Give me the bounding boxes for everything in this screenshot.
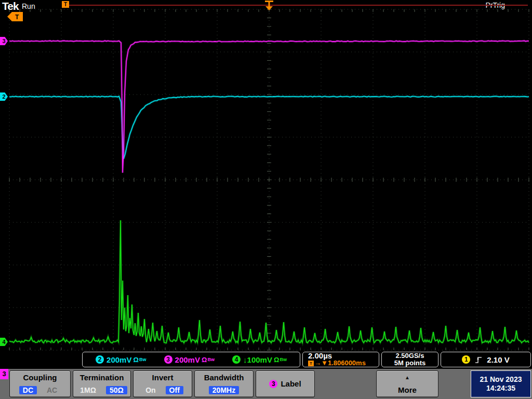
termination-50ohm-option[interactable]: 50Ω [106, 386, 127, 394]
acquisition-readout-box: 2.50GS/s 5M points [381, 352, 438, 367]
offscreen-trigger-icon: T [7, 11, 24, 22]
ch2-badge: 2 [96, 355, 104, 364]
datetime-display: 21 Nov 2023 14:24:35 [471, 370, 531, 397]
invert-button[interactable]: Invert On Off [133, 370, 192, 397]
active-channel-tab: 3 [0, 369, 8, 379]
timebase-readout-box: 2.00µs T → ▼ 1.806000ms [302, 352, 379, 367]
trigger-level: 2.10 V [487, 355, 509, 364]
trace-glow-ch2 [9, 96, 529, 158]
label-channel-badge: 3 [269, 380, 277, 388]
tek-logo: Tek [2, 0, 19, 12]
bandwidth-20mhz-option[interactable]: 20MHz [209, 386, 239, 394]
coupling-button[interactable]: Coupling DC AC [9, 370, 71, 397]
label-title: Label [281, 379, 301, 388]
termination-button[interactable]: Termination 1MΩ 50Ω [73, 370, 131, 397]
delay-arrow: → [314, 360, 321, 367]
record-trigger-marker: T [62, 1, 69, 8]
trigger-delay-readout: T → ▼ 1.806000ms [308, 360, 366, 367]
ch4-scale: ↓100mV [243, 355, 272, 364]
time-text: 14:24:35 [486, 384, 515, 393]
ch2-scale: 200mV [107, 355, 131, 364]
ch3-readout: 3 200mV Ω Bw [164, 355, 215, 364]
channel-badge-ch4[interactable]: 4 [0, 338, 8, 346]
expansion-point-icon [260, 0, 281, 11]
ch3-badge: 3 [164, 355, 172, 364]
ch3-scale: 200mV [175, 355, 200, 364]
channel-badge-ch3[interactable]: 3 [0, 37, 8, 45]
channel-readouts-box: 2 200mV Ω Bw 3 200mV Ω Bw 4 ↓100mV Ω Bw [82, 352, 300, 367]
record-length: 5M points [394, 360, 426, 367]
ch2-bandwidth-flag: Bw [139, 357, 147, 362]
sample-rate: 2.50GS/s [396, 352, 424, 360]
bandwidth-button[interactable]: Bandwidth 20MHz [194, 370, 254, 397]
invert-off-option[interactable]: Off [166, 386, 183, 394]
graticule-ticks [9, 9, 529, 350]
rising-edge-icon [475, 355, 482, 364]
delay-marker-icon: ▼ [321, 360, 328, 367]
label-button[interactable]: 3 Label [256, 370, 315, 397]
delay-trigger-icon: T [308, 361, 314, 366]
oscilloscope-screen: Tek Run PrTrig T T 3 2 4 2 200mV Ω Bw 3 … [0, 0, 532, 399]
date-text: 21 Nov 2023 [480, 375, 522, 384]
ch4-readout: 4 ↓100mV Ω Bw [232, 355, 287, 364]
trace-ch4 [9, 220, 529, 343]
ch4-badge: 4 [232, 355, 241, 364]
delay-value: 1.806000ms [328, 360, 366, 367]
invert-title: Invert [152, 373, 174, 382]
termination-1mohm-option[interactable]: 1MΩ [76, 386, 100, 394]
timebase-scale: 2.00µs [308, 352, 332, 360]
acquisition-status: Run [22, 2, 35, 10]
more-button[interactable]: ▲ More [376, 370, 438, 397]
trace-glow-ch3 [9, 41, 529, 172]
coupling-ac-option[interactable]: AC [43, 386, 61, 394]
trace-ch3 [9, 41, 529, 172]
ch2-impedance: Ω [133, 356, 138, 364]
channel-badge-ch2[interactable]: 2 [0, 92, 8, 101]
trace-glow-ch4 [9, 220, 529, 343]
chevron-up-icon: ▲ [405, 375, 410, 380]
ch2-readout: 2 200mV Ω Bw [96, 355, 146, 364]
trigger-readout-box: 1 2.10 V [441, 352, 531, 367]
graticule-grid [9, 9, 529, 350]
ch3-impedance: Ω [202, 356, 207, 364]
coupling-dc-option[interactable]: DC [19, 386, 37, 394]
ch4-impedance: Ω [274, 356, 279, 364]
trigger-source-badge: 1 [462, 355, 470, 364]
coupling-title: Coupling [23, 373, 57, 382]
trace-ch2 [9, 96, 529, 158]
offscreen-trigger-label: T [15, 14, 19, 21]
ch4-bandwidth-flag: Bw [280, 357, 287, 362]
bandwidth-title: Bandwidth [204, 373, 244, 382]
ch3-bandwidth-flag: Bw [207, 357, 215, 362]
invert-on-option[interactable]: On [142, 386, 159, 394]
record-view-bar [69, 5, 528, 6]
termination-title: Termination [80, 373, 124, 382]
scope-canvas [0, 0, 532, 399]
more-title: More [398, 385, 417, 394]
